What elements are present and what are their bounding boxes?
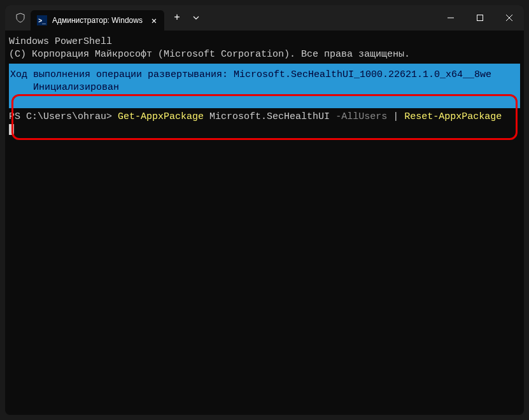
terminal-window: >_ Администратор: Windows Po ✕ + (5, 5, 524, 415)
flag: -AllUsers (335, 111, 387, 122)
window-controls (436, 5, 524, 31)
new-tab-button[interactable]: + (167, 8, 187, 28)
prompt-prefix: PS C:\Users\ohrau> (9, 111, 118, 122)
svg-rect-1 (477, 15, 483, 21)
tab-powershell[interactable]: >_ Администратор: Windows Po ✕ (31, 10, 164, 31)
tab-title: Администратор: Windows Po (52, 16, 144, 25)
shield-icon (14, 11, 27, 24)
output-line: Windows PowerShell (9, 36, 520, 48)
maximize-button[interactable] (465, 5, 495, 31)
minimize-button[interactable] (436, 5, 465, 31)
pipe: | (393, 111, 399, 122)
progress-text-line1: Ход выполнения операции развертывания: M… (10, 69, 491, 80)
cmdlet: Reset-AppxPackage (404, 111, 502, 122)
tab-dropdown-button[interactable] (187, 8, 205, 28)
prompt-line: PS C:\Users\ohrau> Get-AppxPackage Micro… (9, 111, 520, 123)
tab-close-button[interactable]: ✕ (149, 15, 159, 25)
cursor-line (9, 123, 520, 136)
cursor (9, 124, 14, 135)
output-line: (C) Корпорация Майкрософт (Microsoft Cor… (9, 48, 520, 61)
titlebar: >_ Администратор: Windows Po ✕ + (5, 5, 524, 31)
argument: Microsoft.SecHealthUI (209, 111, 330, 122)
powershell-icon: >_ (37, 15, 47, 25)
progress-text-line2: Инициализирован (10, 82, 119, 93)
cmdlet: Get-AppxPackage (118, 111, 204, 122)
deployment-progress: Ход выполнения операции развертывания: M… (9, 64, 520, 108)
close-window-button[interactable] (495, 5, 524, 31)
terminal-output[interactable]: Windows PowerShell (C) Корпорация Майкро… (5, 31, 524, 415)
